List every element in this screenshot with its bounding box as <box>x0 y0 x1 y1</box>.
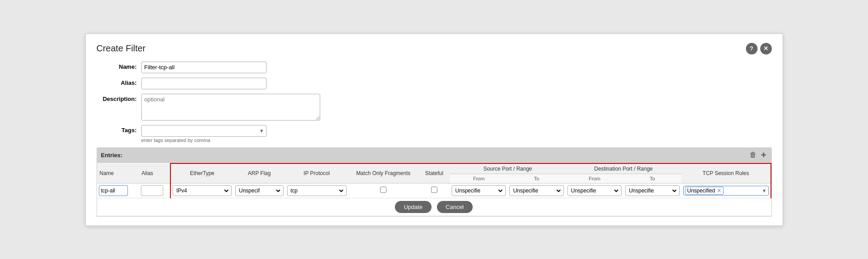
entries-table: Name Alias EtherType ARP Flag IP Protoco… <box>97 163 771 216</box>
name-label: Name: <box>97 62 141 70</box>
header-actions: ? ✕ <box>746 43 772 54</box>
help-button[interactable]: ? <box>746 43 758 54</box>
ethertype-select[interactable]: IPv4 IPv6 ARP <box>174 187 230 194</box>
table-header-row: Name Alias EtherType ARP Flag IP Protoco… <box>97 163 771 174</box>
th-arpflag: ARP Flag <box>233 163 285 184</box>
create-filter-dialog: Create Filter ? ✕ Name: Alias: Descripti… <box>85 33 783 226</box>
tcp-dropdown-icon: ▼ <box>762 188 767 193</box>
table-row: IPv4 IPv6 ARP Unspecif <box>97 183 771 198</box>
tags-input-wrapper[interactable]: ▼ <box>141 125 267 137</box>
tcp-tag-label: Unspecified <box>687 188 716 194</box>
cell-dst-to: Unspecifie <box>623 183 681 198</box>
row-alias-input[interactable] <box>141 185 163 196</box>
dst-from-select[interactable]: Unspecifie <box>569 187 620 194</box>
tags-hint: enter tags separated by comma <box>141 138 267 143</box>
delete-entry-button[interactable]: 🗑 <box>749 150 758 160</box>
stateful-checkbox[interactable] <box>431 187 437 193</box>
entries-header: Entries: 🗑 + <box>97 147 772 163</box>
name-row: Name: <box>97 62 772 73</box>
th-dst-to: To <box>623 174 681 183</box>
ipprotocol-select[interactable]: tcp udp icmp <box>289 187 345 194</box>
entries-label: Entries: <box>101 152 123 159</box>
src-to-select[interactable]: Unspecifie <box>511 187 562 194</box>
th-ethertype: EtherType <box>170 163 233 184</box>
alias-label: Alias: <box>97 78 141 86</box>
th-matchonly: Match Only Fragments <box>348 163 419 184</box>
th-src-from: From <box>450 174 508 183</box>
description-textarea[interactable] <box>141 94 320 121</box>
cell-dst-from: Unspecifie <box>566 183 623 198</box>
th-dst-port-range: Destination Port / Range <box>566 163 682 174</box>
entries-section: Entries: 🗑 + Name Alias EtherType ARP Fl… <box>97 147 772 217</box>
th-tcp-session-rules: TCP Session Rules <box>682 163 771 184</box>
alias-input[interactable] <box>141 78 267 89</box>
description-label: Description: <box>97 94 141 102</box>
button-cell: Update Cancel <box>97 198 771 216</box>
th-src-port-range: Source Port / Range <box>450 163 566 174</box>
arpflag-select[interactable]: Unspecif <box>237 187 281 194</box>
cell-matchonly <box>348 183 419 198</box>
button-row: Update Cancel <box>97 198 771 216</box>
dst-to-select[interactable]: Unspecifie <box>627 187 677 194</box>
tcp-tag-remove-button[interactable]: ✕ <box>717 188 721 194</box>
tags-dropdown-icon: ▼ <box>259 128 264 134</box>
cell-src-to: Unspecifie <box>508 183 565 198</box>
tcp-cell-wrapper: Unspecified ✕ ▼ <box>683 186 769 196</box>
src-from-select[interactable]: Unspecifie <box>453 187 504 194</box>
cell-src-from: Unspecifie <box>450 183 508 198</box>
th-ipprotocol: IP Protocol <box>285 163 348 184</box>
alias-row: Alias: <box>97 78 772 89</box>
th-src-to: To <box>508 174 565 183</box>
description-row: Description: <box>97 94 772 121</box>
tags-input[interactable] <box>144 127 259 134</box>
cell-alias <box>139 183 171 198</box>
dialog-title: Create Filter <box>97 43 146 54</box>
update-button[interactable]: Update <box>395 201 432 213</box>
cell-ipproto: tcp udp icmp <box>285 183 348 198</box>
tcp-tag: Unspecified ✕ <box>685 187 724 195</box>
add-entry-button[interactable]: + <box>760 150 767 160</box>
close-button[interactable]: ✕ <box>760 43 772 54</box>
cell-stateful <box>419 183 450 198</box>
row-name-input[interactable] <box>99 185 128 196</box>
entries-table-wrapper: Name Alias EtherType ARP Flag IP Protoco… <box>97 163 772 217</box>
cell-ethertype: IPv4 IPv6 ARP <box>170 183 233 198</box>
cell-tcp: Unspecified ✕ ▼ <box>682 183 771 198</box>
tags-label: Tags: <box>97 125 141 134</box>
th-alias: Alias <box>139 163 171 184</box>
dialog-header: Create Filter ? ✕ <box>97 43 772 54</box>
th-dst-from: From <box>566 174 623 183</box>
th-stateful: Stateful <box>419 163 450 184</box>
cancel-button[interactable]: Cancel <box>437 201 473 213</box>
th-name: Name <box>97 163 139 184</box>
match-only-checkbox[interactable] <box>380 187 386 193</box>
cell-name <box>97 183 139 198</box>
tags-row: Tags: ▼ enter tags separated by comma <box>97 125 772 143</box>
name-input[interactable] <box>141 62 267 73</box>
cell-arpflag: Unspecif <box>233 183 285 198</box>
entries-actions: 🗑 + <box>749 150 767 160</box>
